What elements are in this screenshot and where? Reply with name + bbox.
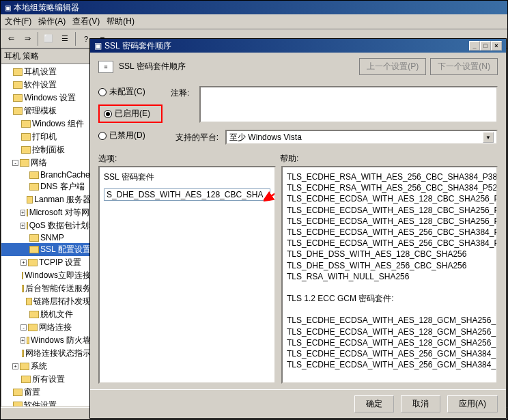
menu-file[interactable]: 文件(F)	[5, 16, 31, 27]
folder-icon	[13, 389, 23, 396]
tree-item-label: 控制面板	[32, 144, 65, 156]
folder-icon	[29, 234, 39, 242]
folder-icon	[13, 68, 23, 76]
up-button[interactable]: ⬜	[41, 31, 56, 46]
folder-icon	[22, 285, 24, 292]
tree-item[interactable]: BranchCache	[1, 169, 91, 180]
expand-icon[interactable]: +	[20, 223, 25, 229]
folder-icon	[13, 402, 23, 407]
maximize-button[interactable]: □	[480, 41, 491, 51]
tree-item[interactable]: +QoS 数据包计划程	[1, 219, 91, 232]
tree-header[interactable]: 耳机 策略	[1, 49, 91, 64]
tree-item[interactable]: 软件设置	[1, 399, 91, 407]
help-line: TLS_ECDHE_ECDSA_WITH_AES_256_CBC_SHA384_…	[287, 227, 492, 238]
tree-item[interactable]: DNS 客户端	[1, 180, 91, 193]
cancel-button[interactable]: 取消	[401, 395, 440, 412]
radio-disabled[interactable]: 已禁用(D)	[98, 130, 163, 141]
help-line: TLS_ECDHE_RSA_WITH_AES_256_CBC_SHA384_P3…	[287, 171, 492, 182]
dialog-icon: ▣	[94, 41, 102, 51]
help-line: TLS_DHE_DSS_WITH_AES_256_CBC_SHA256	[287, 260, 492, 271]
prev-setting-button[interactable]: 上一个设置(P)	[359, 58, 426, 75]
expand-icon[interactable]: -	[12, 160, 18, 166]
dialog-title-bar[interactable]: ▣ SSL 密码套件顺序 _ □ ×	[90, 39, 506, 53]
tree-item-label: DNS 客户端	[40, 181, 85, 193]
tree-item[interactable]: 链路层拓扑发现	[1, 295, 91, 308]
tree-item[interactable]: +Microsoft 对等网络	[1, 206, 91, 219]
folder-icon	[22, 350, 24, 357]
folder-icon	[29, 311, 39, 318]
expand-icon[interactable]: +	[12, 363, 18, 369]
folder-icon	[27, 337, 29, 344]
expand-icon[interactable]: -	[20, 324, 27, 331]
tree-item-label: Lanman 服务器	[34, 194, 91, 206]
dialog-body: ≡ SSL 密码套件顺序 上一个设置(P) 下一个设置(N) 未配置(C) 已启…	[90, 53, 506, 389]
folder-icon	[21, 120, 31, 128]
tree-item[interactable]: 所有设置	[1, 373, 91, 386]
separator	[75, 32, 76, 46]
tree-item[interactable]: +TCPIP 设置	[1, 256, 91, 269]
tree-item[interactable]: 管理模板	[1, 104, 91, 117]
tree-item[interactable]: 窗置	[1, 386, 91, 399]
tree-item[interactable]: SSL 配置设置	[1, 243, 91, 256]
tree-item[interactable]: SNMP	[1, 232, 91, 243]
tree-item[interactable]: Lanman 服务器	[1, 193, 91, 206]
ok-button[interactable]: 确定	[354, 395, 394, 412]
cipher-input[interactable]	[104, 188, 270, 201]
tree-item[interactable]: -网络	[1, 156, 91, 169]
tree-item-label: 系统	[31, 361, 47, 372]
tree-item-label: Windows 设置	[24, 92, 76, 104]
help-line	[287, 304, 492, 315]
tree-item-label: SSL 配置设置	[40, 244, 91, 255]
folder-icon	[21, 133, 31, 141]
tree-item[interactable]: 打印机	[1, 130, 91, 143]
chevron-down-icon: ▼	[483, 132, 494, 143]
apply-button[interactable]: 应用(A)	[447, 395, 498, 412]
tree-item[interactable]: Windows立即连接	[1, 269, 91, 282]
minimize-button[interactable]: _	[469, 41, 480, 51]
menu-view[interactable]: 查看(V)	[72, 16, 100, 27]
back-button[interactable]: ⇐	[3, 31, 18, 46]
expand-icon[interactable]: +	[20, 337, 25, 344]
platform-select[interactable]: 至少 Windows Vista ▼	[225, 130, 498, 145]
menu-help[interactable]: 帮助(H)	[107, 16, 135, 27]
help-panel[interactable]: TLS_ECDHE_RSA_WITH_AES_256_CBC_SHA384_P3…	[281, 166, 498, 384]
radio-not-configured[interactable]: 未配置(C)	[98, 86, 163, 98]
tree-item[interactable]: Windows 组件	[1, 117, 91, 130]
tree-item[interactable]: Windows 设置	[1, 92, 91, 104]
radio-icon	[98, 132, 107, 140]
forward-button[interactable]: ⇒	[20, 31, 35, 46]
tree-item[interactable]: 控制面板	[1, 143, 91, 156]
tree-item[interactable]: +系统	[1, 360, 91, 373]
radio-enabled[interactable]: 已启用(E)	[98, 104, 163, 123]
list-button[interactable]: ☰	[57, 31, 72, 46]
cipher-suite-label: SSL 密码套件	[104, 171, 270, 183]
tree-item[interactable]: 后台智能传送服务	[1, 282, 91, 295]
tree-item[interactable]: 网络连接状态指示	[1, 347, 91, 360]
help-line: TLS_ECDHE_ECDSA_WITH_AES_128_CBC_SHA256_…	[287, 216, 492, 227]
tree-item-label: 软件设置	[24, 400, 57, 407]
menu-action[interactable]: 操作(A)	[38, 16, 66, 27]
next-setting-button[interactable]: 下一个设置(N)	[430, 58, 498, 75]
tree-item[interactable]: 脱机文件	[1, 308, 91, 321]
tree-item-label: 软件设置	[24, 79, 57, 91]
tree-item[interactable]: 耳机设置	[1, 66, 91, 79]
options-panel: SSL 密码套件	[98, 166, 276, 384]
help-line: TLS_ECDHE_ECDSA_WITH_AES_128_GCM_SHA256_…	[287, 315, 492, 326]
folder-icon	[21, 146, 31, 154]
tree-item[interactable]: -网络连接	[1, 321, 91, 334]
radio-icon	[104, 110, 112, 118]
expand-icon[interactable]: +	[20, 210, 25, 216]
tree-item[interactable]: 软件设置	[1, 79, 91, 92]
menu-bar: 文件(F) 操作(A) 查看(V) 帮助(H)	[1, 14, 507, 29]
close-button[interactable]: ×	[491, 41, 502, 51]
tree-item-label: Windows立即连接	[25, 270, 91, 281]
expand-icon[interactable]: +	[20, 260, 27, 266]
help-line: TLS_ECDHE_ECDSA_WITH_AES_256_CBC_SHA384_…	[287, 238, 492, 249]
comment-textarea[interactable]	[199, 86, 498, 123]
tree-item-label: 打印机	[32, 131, 57, 143]
help-line: TLS_DHE_DSS_WITH_AES_128_CBC_SHA256	[287, 249, 492, 260]
separator	[38, 32, 38, 46]
tree-item-label: 管理模板	[24, 105, 57, 117]
folder-icon	[20, 363, 29, 370]
tree-item[interactable]: +Windows 防火墙	[1, 334, 91, 347]
